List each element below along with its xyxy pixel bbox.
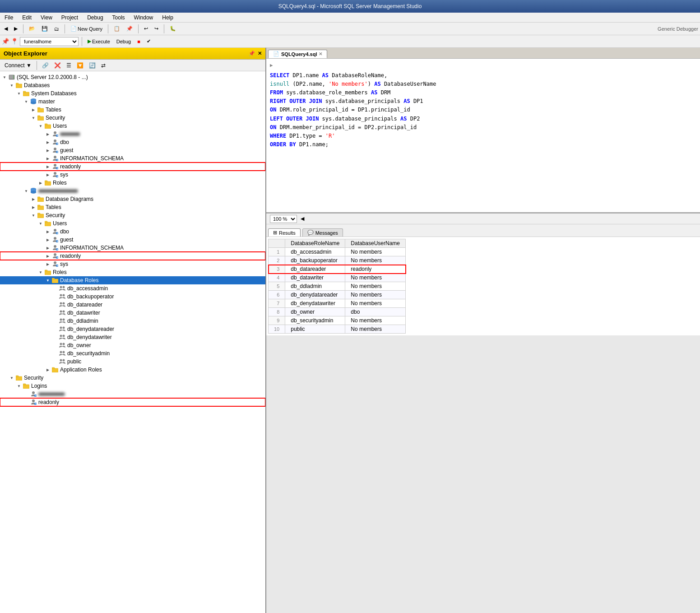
tree-node-system_dbs[interactable]: ▼ System Databases bbox=[0, 89, 265, 98]
tree-node-db_user_info_schema[interactable]: ▶ + INFORMATION_SCHEMA bbox=[0, 244, 265, 252]
zoom-select[interactable]: 100 % bbox=[270, 215, 297, 223]
connect-btn[interactable]: Connect ▼ bbox=[3, 61, 33, 70]
tree-node-login_blurred[interactable]: + ■■■■■■■■ bbox=[0, 390, 265, 398]
tree-node-user_sys1[interactable]: ▶ + sys bbox=[0, 171, 265, 179]
tree-label-system_dbs: System Databases bbox=[31, 90, 77, 97]
tree-node-role_denydatareader[interactable]: db_denydatareader bbox=[0, 325, 265, 333]
pin-panel-icon[interactable]: 📌 bbox=[249, 51, 255, 56]
oe-btn2[interactable]: ❌ bbox=[52, 61, 63, 70]
svg-rect-7 bbox=[23, 92, 29, 96]
tab-close-icon[interactable]: ✕ bbox=[319, 51, 322, 56]
tree-node-user_blurred[interactable]: ▶ + ■■■■■■ bbox=[0, 130, 265, 138]
database-selector[interactable]: funeralhome bbox=[20, 37, 79, 46]
tree-node-role_public[interactable]: public bbox=[0, 358, 265, 366]
tree-node-logins_folder[interactable]: ▼ Logins bbox=[0, 382, 265, 390]
table-row[interactable]: 7db_denydatawriterNo members bbox=[269, 299, 406, 308]
table-row[interactable]: 8db_ownerdbo bbox=[269, 308, 406, 316]
back-btn[interactable]: ◀ bbox=[2, 24, 10, 33]
menu-project[interactable]: Project bbox=[60, 14, 80, 21]
open-btn[interactable]: 📂 bbox=[27, 24, 37, 33]
tree-node-db_user_sys[interactable]: ▶ + sys bbox=[0, 260, 265, 268]
expand-role_public bbox=[51, 358, 59, 365]
menu-tools[interactable]: Tools bbox=[111, 14, 127, 21]
tree-node-master_tables[interactable]: ▶ Tables bbox=[0, 106, 265, 114]
table-row[interactable]: 6db_denydatareaderNo members bbox=[269, 291, 406, 299]
tree-node-db_user_guest[interactable]: ▶ + guest bbox=[0, 236, 265, 244]
save-btn[interactable]: 💾 bbox=[39, 24, 50, 33]
table-row[interactable]: 4db_datawriterNo members bbox=[269, 274, 406, 282]
tree-node-role_owner[interactable]: db_owner bbox=[0, 341, 265, 349]
menu-debug[interactable]: Debug bbox=[85, 14, 105, 21]
refresh-btn[interactable]: 🔄 bbox=[87, 61, 97, 70]
tree-node-master[interactable]: ▼ master bbox=[0, 98, 265, 106]
oe-btn1[interactable]: 🔗 bbox=[40, 61, 51, 70]
redo-btn[interactable]: ↪ bbox=[152, 24, 161, 33]
check-btn[interactable]: ✔ bbox=[144, 37, 153, 46]
sql-editor-tab[interactable]: 📄 SQLQuery4.sql ✕ bbox=[268, 50, 327, 58]
tree-node-master_roles[interactable]: ▶ Roles bbox=[0, 179, 265, 187]
messages-tab[interactable]: 💬 Messages bbox=[302, 228, 343, 237]
tree-node-role_ddladmin[interactable]: db_ddladmin bbox=[0, 317, 265, 325]
zoom-scroll-left[interactable]: ◀ bbox=[301, 216, 304, 222]
sql-editor[interactable]: ▶SELECT DP1.name AS DatabaseRoleName, is… bbox=[266, 59, 700, 212]
tree-node-user_readonly1[interactable]: ▶ + readonly bbox=[0, 163, 265, 171]
tree-view[interactable]: ▼ (SQL Server 12.0.2000.8 - ...)▼ Databa… bbox=[0, 71, 265, 613]
expand-role_securityadmin bbox=[51, 350, 59, 357]
tree-node-databases[interactable]: ▼ Databases bbox=[0, 81, 265, 89]
tree-node-role_datawriter[interactable]: db_datawriter bbox=[0, 309, 265, 317]
tree-node-role_backupoperator[interactable]: db_backupoperator bbox=[0, 293, 265, 301]
tree-node-master_security[interactable]: ▼ Security bbox=[0, 114, 265, 122]
table-row[interactable]: 1db_accessadminNo members bbox=[269, 248, 406, 256]
tree-node-db_user_readonly[interactable]: ▶ + readonly bbox=[0, 252, 265, 260]
save-all-btn[interactable]: 🗂 bbox=[52, 25, 61, 33]
oe-btn3[interactable]: ☰ bbox=[65, 61, 73, 70]
tree-node-app_roles[interactable]: ▶ Application Roles bbox=[0, 366, 265, 374]
tree-node-role_securityadmin[interactable]: db_securityadmin bbox=[0, 349, 265, 358]
tree-node-db_user_dbo[interactable]: ▶ + dbo bbox=[0, 228, 265, 236]
sync-btn[interactable]: ⇄ bbox=[99, 61, 107, 70]
tree-label-user_readonly1: readonly bbox=[60, 163, 81, 170]
table-row[interactable]: 2db_backupoperatorNo members bbox=[269, 256, 406, 265]
execute-btn[interactable]: ▶ Execute bbox=[85, 37, 112, 46]
table-row[interactable]: 3db_datareaderreadonly bbox=[269, 265, 406, 274]
close-panel-icon[interactable]: ✕ bbox=[258, 51, 262, 56]
table-row[interactable]: 5db_ddladminNo members bbox=[269, 282, 406, 291]
tree-node-master_users[interactable]: ▼ Users bbox=[0, 122, 265, 130]
table-row[interactable]: 9db_securityadminNo members bbox=[269, 316, 406, 325]
menu-file[interactable]: File bbox=[3, 14, 15, 21]
menu-view[interactable]: View bbox=[39, 14, 54, 21]
tree-node-db_roles[interactable]: ▼ Roles bbox=[0, 268, 265, 276]
tree-node-role_accessadmin[interactable]: db_accessadmin bbox=[0, 284, 265, 293]
tree-node-server[interactable]: ▼ (SQL Server 12.0.2000.8 - ...) bbox=[0, 73, 265, 81]
debug-btn[interactable]: Debug bbox=[114, 37, 133, 46]
tree-node-db_diagrams[interactable]: ▶ Database Diagrams bbox=[0, 195, 265, 203]
tree-node-user_info_schema[interactable]: ▶ + INFORMATION_SCHEMA bbox=[0, 154, 265, 163]
tree-label-user_guest: guest bbox=[60, 147, 73, 153]
tree-node-top_security[interactable]: ▼ Security bbox=[0, 374, 265, 382]
menu-window[interactable]: Window bbox=[132, 14, 155, 21]
paste-btn[interactable]: 📌 bbox=[124, 24, 135, 33]
stop-btn[interactable]: ■ bbox=[135, 37, 143, 46]
tree-node-user_dbo[interactable]: ▶ + dbo bbox=[0, 138, 265, 146]
menu-help[interactable]: Help bbox=[160, 14, 175, 21]
tree-node-db_tables[interactable]: ▶ Tables bbox=[0, 203, 265, 211]
expand-app_roles: ▶ bbox=[44, 366, 51, 373]
undo-btn[interactable]: ↩ bbox=[142, 24, 150, 33]
copy-btn[interactable]: 📋 bbox=[111, 24, 122, 33]
tree-node-db_database_roles[interactable]: ▼ Database Roles bbox=[0, 276, 265, 284]
tree-node-role_denydatawriter[interactable]: db_denydatawriter bbox=[0, 333, 265, 341]
role-name-cell: public bbox=[285, 325, 345, 334]
tree-node-db_users[interactable]: ▼ Users bbox=[0, 219, 265, 228]
tree-node-user_guest[interactable]: ▶ + guest bbox=[0, 146, 265, 154]
filter-btn[interactable]: 🔽 bbox=[75, 61, 85, 70]
forward-btn[interactable]: ▶ bbox=[12, 24, 20, 33]
table-row[interactable]: 10publicNo members bbox=[269, 325, 406, 334]
debug-icon-btn[interactable]: 🐛 bbox=[167, 24, 178, 33]
new-query-btn[interactable]: 📄 New Query bbox=[68, 24, 105, 33]
tree-node-role_datareader[interactable]: db_datareader bbox=[0, 301, 265, 309]
tree-node-db_security[interactable]: ▼ Security bbox=[0, 211, 265, 219]
tree-node-login_readonly[interactable]: + readonly bbox=[0, 398, 265, 406]
tree-node-funeralhome_db[interactable]: ▼ ■■■■■■■■■■■■ bbox=[0, 187, 265, 195]
results-tab[interactable]: ⊞ Results bbox=[268, 228, 301, 237]
menu-edit[interactable]: Edit bbox=[20, 14, 33, 21]
